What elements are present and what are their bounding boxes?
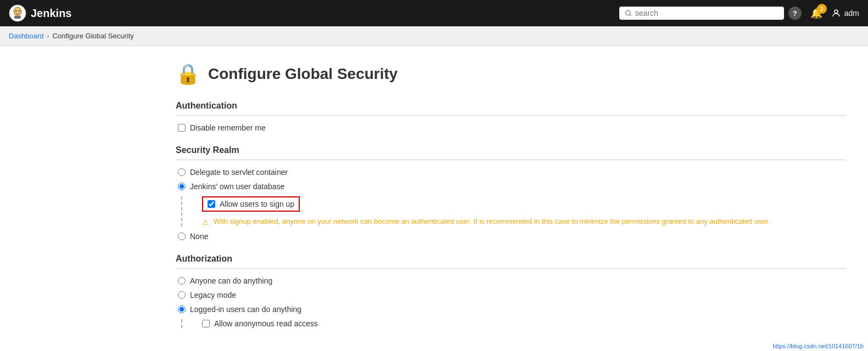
search-icon bbox=[625, 9, 632, 17]
none-option-row: None bbox=[176, 232, 846, 241]
user-menu[interactable]: adm bbox=[831, 8, 859, 18]
jenkins-logo-icon bbox=[9, 4, 26, 22]
loggedin-suboptions: Allow anonymous read access bbox=[181, 319, 846, 328]
help-button[interactable]: ? bbox=[788, 7, 802, 20]
breadcrumb-current: Configure Global Security bbox=[53, 32, 134, 40]
footer-url: https://blog.csdn.net/10141607/1b bbox=[768, 341, 868, 351]
allow-signup-row: Allow users to sign up bbox=[200, 196, 846, 212]
page-title: Configure Global Security bbox=[208, 65, 397, 83]
allow-anonymous-row: Allow anonymous read access bbox=[200, 319, 846, 328]
none-label[interactable]: None bbox=[190, 232, 208, 241]
anyone-label[interactable]: Anyone can do anything bbox=[190, 276, 272, 285]
allow-anonymous-checkbox[interactable] bbox=[202, 320, 210, 327]
anyone-radio[interactable] bbox=[178, 277, 186, 285]
allow-anonymous-label[interactable]: Allow anonymous read access bbox=[214, 319, 318, 328]
main-content: 🔒 Configure Global Security Authenticati… bbox=[0, 46, 868, 351]
delegate-option-row: Delegate to servlet container bbox=[176, 168, 846, 177]
jenkins-db-radio[interactable] bbox=[178, 183, 186, 190]
page-title-area: 🔒 Configure Global Security bbox=[176, 63, 846, 86]
authentication-section: Authentication Disable remember me bbox=[176, 101, 846, 132]
breadcrumb-separator: › bbox=[47, 32, 49, 40]
svg-point-3 bbox=[15, 10, 16, 12]
user-label: adm bbox=[844, 9, 859, 18]
user-icon bbox=[831, 8, 841, 18]
jenkins-logo[interactable]: Jenkins bbox=[9, 4, 71, 22]
jenkins-db-label[interactable]: Jenkins' own user database bbox=[190, 182, 284, 191]
loggedin-label[interactable]: Logged-in users can do anything bbox=[190, 305, 301, 314]
lock-icon: 🔒 bbox=[176, 63, 200, 86]
topnav: Jenkins ? 🔔 2 adm bbox=[0, 0, 868, 26]
svg-line-7 bbox=[630, 15, 631, 16]
svg-rect-5 bbox=[14, 16, 21, 19]
signup-warning-text: With signup enabled, anyone on your netw… bbox=[214, 217, 770, 225]
allow-signup-highlighted: Allow users to sign up bbox=[202, 196, 300, 212]
svg-point-8 bbox=[835, 10, 838, 13]
authorization-section-header: Authorization bbox=[176, 254, 846, 269]
signup-warning-row: ⚠ With signup enabled, anyone on your ne… bbox=[200, 217, 846, 227]
search-input[interactable] bbox=[635, 9, 779, 18]
authentication-section-header: Authentication bbox=[176, 101, 846, 116]
authorization-section: Authorization Anyone can do anything Leg… bbox=[176, 254, 846, 328]
breadcrumb-home[interactable]: Dashboard bbox=[9, 32, 44, 40]
allow-signup-checkbox[interactable] bbox=[208, 200, 215, 208]
none-radio[interactable] bbox=[178, 233, 186, 240]
disable-remember-me-row: Disable remember me bbox=[176, 123, 846, 132]
legacy-option-row: Legacy mode bbox=[176, 291, 846, 299]
warning-icon: ⚠ bbox=[202, 218, 209, 227]
disable-remember-me-checkbox[interactable] bbox=[178, 124, 186, 132]
legacy-label[interactable]: Legacy mode bbox=[190, 291, 236, 299]
search-bar[interactable] bbox=[619, 7, 784, 20]
legacy-radio[interactable] bbox=[178, 291, 186, 299]
svg-point-4 bbox=[19, 10, 20, 12]
security-realm-header: Security Realm bbox=[176, 145, 846, 160]
loggedin-option-row: Logged-in users can do anything bbox=[176, 305, 846, 314]
jenkins-brand-name: Jenkins bbox=[31, 7, 71, 20]
notification-bell[interactable]: 🔔 2 bbox=[810, 7, 822, 19]
svg-point-6 bbox=[625, 10, 630, 15]
security-realm-section: Security Realm Delegate to servlet conta… bbox=[176, 145, 846, 241]
allow-signup-label[interactable]: Allow users to sign up bbox=[220, 200, 294, 208]
disable-remember-me-label[interactable]: Disable remember me bbox=[190, 123, 266, 132]
notification-badge: 2 bbox=[817, 4, 827, 14]
jenkins-db-option-row: Jenkins' own user database bbox=[176, 182, 846, 191]
loggedin-radio[interactable] bbox=[178, 305, 186, 313]
breadcrumb: Dashboard › Configure Global Security bbox=[0, 26, 868, 46]
delegate-radio[interactable] bbox=[178, 168, 186, 176]
delegate-label[interactable]: Delegate to servlet container bbox=[190, 168, 288, 177]
jenkins-db-suboptions: Allow users to sign up ⚠ With signup ena… bbox=[181, 196, 846, 227]
anyone-option-row: Anyone can do anything bbox=[176, 276, 846, 285]
